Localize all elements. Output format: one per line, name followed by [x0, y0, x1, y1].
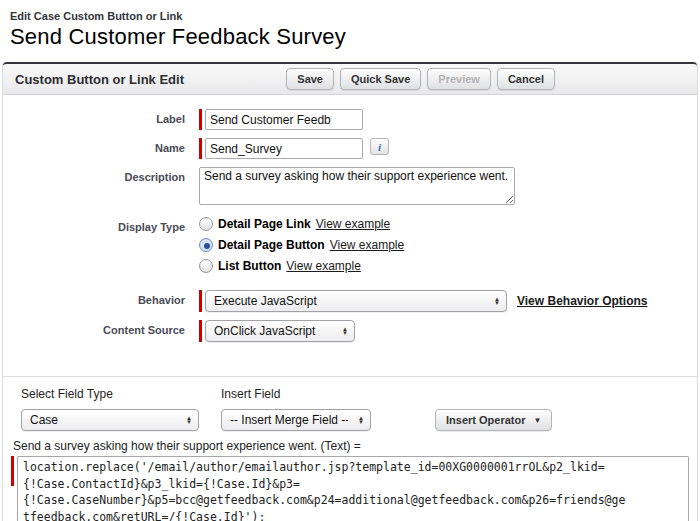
radio-list-button[interactable]: [199, 259, 213, 273]
select-stepper-icon: ▲▼: [342, 327, 348, 335]
display-type-option-link: Detail Page Link View example: [199, 217, 697, 231]
label-input[interactable]: [205, 109, 363, 130]
caret-down-icon: ▼: [533, 416, 541, 425]
field-type-label: Select Field Type: [21, 387, 199, 401]
radio-label: Detail Page Link: [218, 217, 311, 231]
info-icon[interactable]: i: [370, 138, 389, 155]
page-header: Edit Case Custom Button or Link Send Cus…: [0, 0, 700, 50]
display-type-option-button: Detail Page Button View example: [199, 238, 697, 252]
field-type-select[interactable]: Case ▲▼: [21, 409, 199, 431]
behavior-select-value: Execute JavaScript: [214, 294, 484, 308]
display-type-label: Display Type: [3, 217, 199, 280]
name-input[interactable]: [205, 138, 363, 159]
insert-field-label: Insert Field: [221, 387, 371, 401]
required-marker: [199, 290, 202, 312]
insert-operator-button[interactable]: Insert Operator ▼: [435, 409, 552, 431]
view-example-link[interactable]: View example: [286, 259, 360, 273]
description-textarea[interactable]: Send a survey asking how their support e…: [199, 167, 515, 205]
select-stepper-icon: ▲▼: [358, 416, 364, 424]
behavior-row: Behavior Execute JavaScript ▲▼ View Beha…: [3, 290, 697, 312]
view-example-link[interactable]: View example: [316, 217, 390, 231]
field-type-select-value: Case: [30, 413, 176, 427]
name-row: Name i: [3, 138, 697, 159]
edit-panel: Custom Button or Link Edit Save Quick Sa…: [2, 62, 698, 521]
display-type-option-list: List Button View example: [199, 259, 697, 273]
insert-controls-row: Select Field Type Case ▲▼ Insert Field -…: [11, 387, 689, 431]
content-source-select[interactable]: OnClick JavaScript ▲▼: [205, 320, 355, 342]
display-type-row: Display Type Detail Page Link View examp…: [3, 217, 697, 280]
cancel-button[interactable]: Cancel: [497, 68, 555, 90]
quick-save-button[interactable]: Quick Save: [340, 68, 421, 90]
section-header: Custom Button or Link Edit Save Quick Sa…: [3, 62, 697, 95]
save-button[interactable]: Save: [286, 68, 334, 90]
behavior-select[interactable]: Execute JavaScript ▲▼: [205, 290, 507, 312]
section-title: Custom Button or Link Edit: [15, 72, 184, 87]
radio-label: List Button: [218, 259, 281, 273]
select-stepper-icon: ▲▼: [186, 416, 192, 424]
description-field-label: Description: [3, 167, 199, 205]
label-field-label: Label: [3, 109, 199, 130]
content-source-label: Content Source: [3, 320, 199, 342]
view-behavior-options-link[interactable]: View Behavior Options: [517, 294, 647, 308]
required-marker: [199, 320, 202, 342]
description-row: Description Send a survey asking how the…: [3, 167, 697, 205]
radio-detail-page-button[interactable]: [199, 238, 213, 252]
behavior-label: Behavior: [3, 290, 199, 312]
formula-editor: Select Field Type Case ▲▼ Insert Field -…: [3, 377, 697, 521]
formula-caption: Send a survey asking how their support e…: [13, 439, 689, 453]
preview-button: Preview: [427, 68, 491, 90]
select-stepper-icon: ▲▼: [494, 297, 500, 305]
required-marker: [199, 138, 202, 159]
view-example-link[interactable]: View example: [330, 238, 404, 252]
insert-field-select[interactable]: -- Insert Merge Field -- ▲▼: [221, 409, 371, 431]
radio-label: Detail Page Button: [218, 238, 325, 252]
content-source-row: Content Source OnClick JavaScript ▲▼: [3, 320, 697, 342]
required-marker: [11, 456, 14, 486]
toolbar: Save Quick Save Preview Cancel: [286, 68, 555, 90]
javascript-code-textarea[interactable]: location.replace('/email/author/emailaut…: [17, 456, 689, 521]
page-title: Send Customer Feedback Survey: [10, 24, 700, 50]
required-marker: [199, 109, 202, 130]
breadcrumb: Edit Case Custom Button or Link: [10, 10, 700, 22]
insert-field-select-value: -- Insert Merge Field --: [230, 413, 348, 427]
label-row: Label: [3, 109, 697, 130]
code-editor-wrap: location.replace('/email/author/emailaut…: [11, 456, 689, 521]
insert-operator-label: Insert Operator: [446, 414, 525, 426]
content-source-select-value: OnClick JavaScript: [214, 324, 332, 338]
edit-form: Label Name i Description Send a survey a…: [3, 95, 697, 366]
name-field-label: Name: [3, 138, 199, 159]
radio-detail-page-link[interactable]: [199, 217, 213, 231]
